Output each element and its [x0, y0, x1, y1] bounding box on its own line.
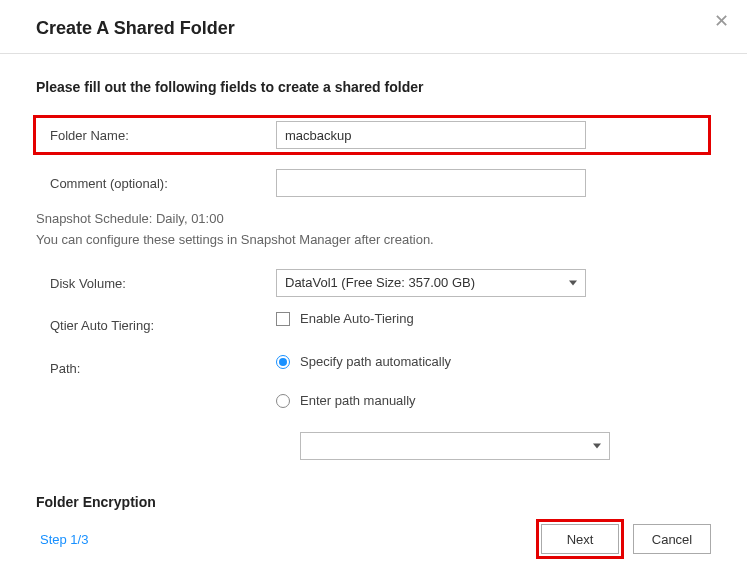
path-auto-label: Specify path automatically [300, 354, 451, 369]
folder-name-input[interactable] [276, 121, 586, 149]
qtier-checkbox[interactable] [276, 312, 290, 326]
comment-row: Comment (optional): [36, 169, 711, 197]
dialog-header: Create A Shared Folder ✕ [0, 0, 747, 54]
next-button-label: Next [567, 532, 594, 547]
snapshot-schedule-note: Snapshot Schedule: Daily, 01:00 [36, 211, 711, 226]
cancel-button[interactable]: Cancel [633, 524, 711, 554]
folder-name-label: Folder Name: [36, 128, 276, 143]
folder-name-highlight: Folder Name: [33, 115, 711, 155]
dialog-footer: Step 1/3 Next Cancel [0, 511, 747, 567]
comment-label: Comment (optional): [36, 176, 276, 191]
path-manual-label: Enter path manually [300, 393, 416, 408]
disk-volume-value: DataVol1 (Free Size: 357.00 GB) [285, 275, 475, 290]
step-indicator: Step 1/3 [40, 532, 88, 547]
close-icon: ✕ [714, 11, 729, 31]
disk-volume-label: Disk Volume: [36, 276, 276, 291]
path-label: Path: [36, 361, 276, 376]
encryption-section-title: Folder Encryption [36, 494, 711, 510]
cancel-button-label: Cancel [652, 532, 692, 547]
close-button[interactable]: ✕ [714, 12, 729, 30]
disk-volume-select[interactable]: DataVol1 (Free Size: 357.00 GB) [276, 269, 586, 297]
next-button[interactable]: Next [541, 524, 619, 554]
comment-input[interactable] [276, 169, 586, 197]
disk-volume-row: Disk Volume: DataVol1 (Free Size: 357.00… [36, 269, 711, 297]
dialog-title: Create A Shared Folder [36, 18, 717, 39]
create-shared-folder-dialog: Create A Shared Folder ✕ Please fill out… [0, 0, 747, 567]
path-manual-radio[interactable] [276, 394, 290, 408]
footer-buttons: Next Cancel [541, 524, 711, 554]
path-row-manual: Enter path manually [36, 393, 711, 422]
chevron-down-icon [593, 444, 601, 449]
path-row-auto: Path: Specify path automatically [36, 354, 711, 383]
qtier-row: Qtier Auto Tiering: Enable Auto-Tiering [36, 311, 711, 340]
instruction-text: Please fill out the following fields to … [36, 79, 711, 95]
folder-name-row: Folder Name: [36, 121, 708, 149]
chevron-down-icon [569, 281, 577, 286]
snapshot-config-note: You can configure these settings in Snap… [36, 232, 711, 247]
qtier-label: Qtier Auto Tiering: [36, 318, 276, 333]
path-manual-select[interactable] [300, 432, 610, 460]
dialog-content[interactable]: Please fill out the following fields to … [0, 53, 747, 511]
qtier-option-label: Enable Auto-Tiering [300, 311, 414, 326]
path-auto-radio[interactable] [276, 355, 290, 369]
